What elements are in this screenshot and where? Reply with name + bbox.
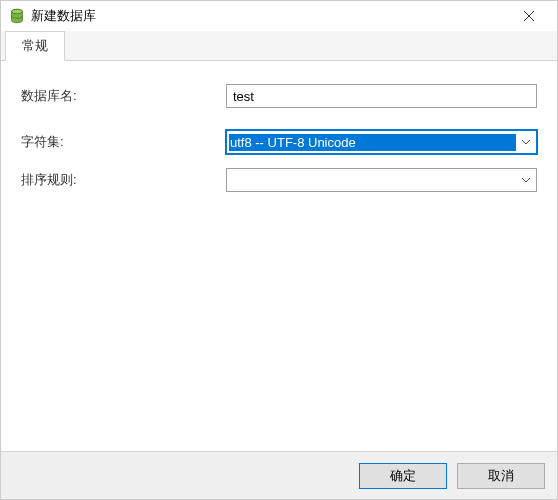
label-charset: 字符集: [21, 133, 226, 151]
chevron-down-icon [516, 131, 536, 153]
row-db-name: 数据库名: [21, 83, 537, 109]
select-collation[interactable] [226, 168, 537, 192]
label-db-name: 数据库名: [21, 87, 226, 105]
row-collation: 排序规则: [21, 167, 537, 193]
input-db-name[interactable] [226, 84, 537, 108]
label-collation: 排序规则: [21, 171, 226, 189]
select-charset-value: utf8 -- UTF-8 Unicode [229, 134, 516, 151]
row-charset: 字符集: utf8 -- UTF-8 Unicode [21, 129, 537, 155]
dialog-footer: 确定 取消 [1, 451, 557, 499]
cancel-button[interactable]: 取消 [457, 463, 545, 489]
dialog-window: 新建数据库 常规 数据库名: 字符集: utf8 -- UTF-8 Unicod… [0, 0, 558, 500]
ok-button[interactable]: 确定 [359, 463, 447, 489]
titlebar: 新建数据库 [1, 1, 557, 31]
svg-point-1 [12, 9, 23, 13]
close-button[interactable] [509, 2, 549, 30]
database-icon [9, 8, 25, 24]
chevron-down-icon [516, 169, 536, 191]
form-content: 数据库名: 字符集: utf8 -- UTF-8 Unicode 排序规则: [1, 61, 557, 451]
select-charset[interactable]: utf8 -- UTF-8 Unicode [226, 130, 537, 154]
tab-general[interactable]: 常规 [5, 31, 65, 61]
tab-strip: 常规 [1, 31, 557, 61]
window-title: 新建数据库 [31, 7, 509, 25]
